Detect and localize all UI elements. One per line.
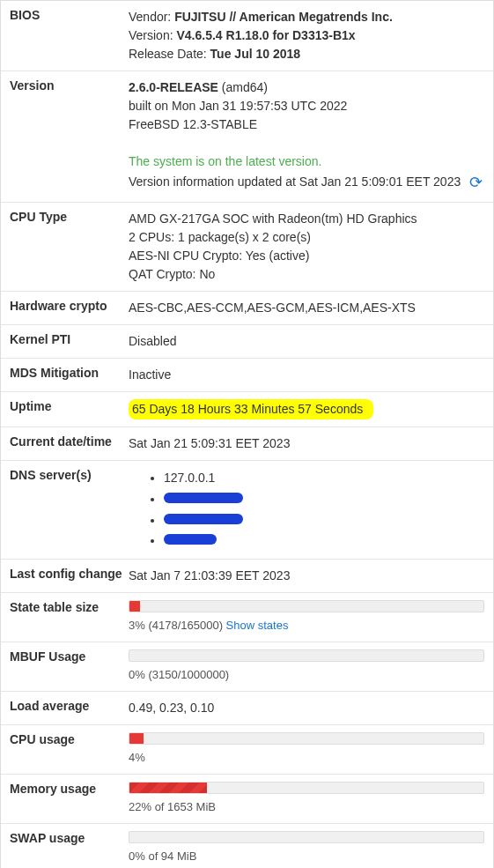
row-memory-usage: Memory usage 22% of 1653 MiB [1,775,493,824]
dns-item: 127.0.0.1 [164,468,484,489]
version-value: 2.6.0-RELEASE (amd64) built on Mon Jan 3… [129,78,484,195]
row-state-table: State table size 3% (4178/165000) Show s… [1,593,493,642]
row-hardware-crypto: Hardware crypto AES-CBC,AES-CCM,AES-GCM,… [1,292,493,325]
row-swap-usage: SWAP usage 0% of 94 MiB [1,824,493,868]
row-kernel-pti: Kernel PTI Disabled [1,325,493,359]
cpu-type-value: AMD GX-217GA SOC with Radeon(tm) HD Grap… [129,210,484,284]
uptime-value: 65 Days 18 Hours 33 Minutes 57 Seconds [129,399,373,419]
row-load-average: Load average 0.49, 0.23, 0.10 [1,692,493,725]
row-last-config: Last config change Sat Jan 7 21:03:39 EE… [1,560,493,593]
row-bios: BIOS Vendor: FUJITSU // American Megatre… [1,1,493,71]
row-cpu-type: CPU Type AMD GX-217GA SOC with Radeon(tm… [1,203,493,292]
refresh-icon[interactable]: ⟳ [469,174,483,191]
mbuf-bar [129,649,484,662]
row-uptime: Uptime 65 Days 18 Hours 33 Minutes 57 Se… [1,392,493,427]
row-mds-mitigation: MDS Mitigation Inactive [1,359,493,392]
dns-item [164,489,484,510]
version-status: The system is on the latest version. [129,152,484,171]
row-mbuf-usage: MBUF Usage 0% (3150/1000000) [1,642,493,692]
row-datetime: Current date/time Sat Jan 21 5:09:31 EET… [1,427,493,461]
memory-usage-bar [129,782,484,794]
row-dns-servers: DNS server(s) 127.0.0.1 [1,461,493,560]
cpu-usage-bar [129,732,484,745]
row-cpu-usage: CPU usage 4% [1,725,493,775]
dns-item [164,510,484,531]
bios-label: BIOS [10,8,129,63]
show-states-link[interactable]: Show states [226,619,289,632]
dns-item [164,530,484,552]
swap-usage-bar [129,831,484,843]
redacted-icon [164,493,243,503]
state-table-bar [129,600,484,612]
cpu-type-label: CPU Type [10,210,129,284]
redacted-icon [164,514,243,524]
version-label: Version [10,78,129,195]
row-version: Version 2.6.0-RELEASE (amd64) built on M… [1,71,493,203]
system-info-panel: BIOS Vendor: FUJITSU // American Megatre… [0,0,494,868]
redacted-icon [164,534,217,545]
dns-list: 127.0.0.1 [129,468,484,552]
bios-value: Vendor: FUJITSU // American Megatrends I… [129,8,484,63]
